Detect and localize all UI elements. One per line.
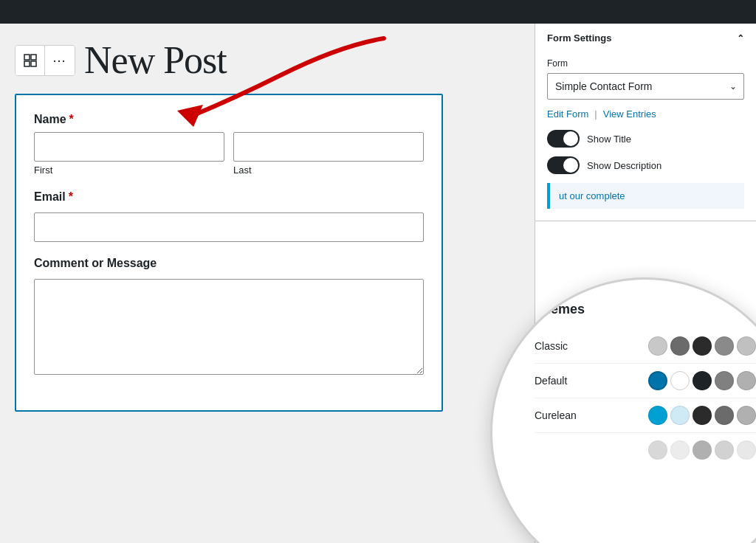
svg-rect-3 — [31, 61, 36, 66]
form-links: Edit Form | View Entries — [547, 108, 744, 120]
email-required-indicator: * — [69, 190, 73, 203]
color-dot[interactable] — [715, 371, 734, 390]
color-dot[interactable] — [693, 371, 712, 390]
name-inputs-row: First Last — [34, 132, 424, 176]
grid-view-button[interactable] — [16, 46, 45, 75]
color-dot[interactable] — [715, 440, 734, 460]
color-dot[interactable] — [670, 440, 690, 460]
chevron-up-icon: ⌃ — [737, 33, 744, 44]
color-dot[interactable] — [715, 406, 734, 425]
form-select[interactable]: Simple Contact Form — [547, 73, 744, 100]
color-dot[interactable] — [693, 336, 712, 356]
edit-form-link[interactable]: Edit Form — [547, 108, 588, 120]
view-entries-link[interactable]: View Entries — [603, 108, 656, 120]
last-name-input[interactable] — [233, 132, 424, 162]
form-settings-content: Form Simple Contact Form ⌄ Edit Form | V… — [535, 52, 756, 221]
theme-colors-extra — [648, 440, 756, 460]
show-description-label: Show Description — [587, 160, 662, 171]
first-sublabel: First — [34, 165, 224, 176]
email-input[interactable] — [34, 212, 424, 242]
form-settings-section: Form Settings ⌃ Form Simple Contact Form… — [535, 24, 756, 221]
last-name-wrap: Last — [233, 132, 424, 176]
content-area: ⋯ New Post Name* — [0, 24, 535, 543]
email-field-group: Email* — [34, 190, 424, 242]
name-label: Name* — [34, 113, 424, 126]
color-dot[interactable] — [648, 371, 667, 390]
message-field-group: Comment or Message — [34, 257, 424, 378]
color-dot[interactable] — [693, 406, 712, 425]
form-settings-header[interactable]: Form Settings ⌃ — [535, 24, 756, 52]
form-block: Name* First Last Email* — [15, 94, 443, 412]
message-label: Comment or Message — [34, 257, 424, 270]
color-dot[interactable] — [648, 440, 667, 460]
more-options-button[interactable]: ⋯ — [45, 46, 75, 75]
form-select-wrap: Simple Contact Form ⌄ — [547, 73, 744, 100]
show-title-row: Show Title — [547, 130, 744, 148]
theme-row-classic: Classic — [535, 329, 756, 364]
theme-colors-classic — [648, 336, 756, 356]
svg-rect-0 — [24, 55, 30, 60]
toolbar-icons: ⋯ — [15, 45, 75, 76]
info-box: ut our complete — [547, 183, 744, 209]
admin-top-bar — [0, 0, 756, 24]
post-title-area: ⋯ New Post — [15, 38, 520, 82]
form-select-label: Form — [547, 58, 744, 69]
email-label: Email* — [34, 190, 424, 204]
color-dot[interactable] — [648, 406, 667, 425]
color-dot[interactable] — [737, 440, 756, 460]
svg-rect-1 — [31, 55, 36, 60]
color-dot[interactable] — [670, 336, 690, 356]
show-title-label: Show Title — [587, 134, 631, 145]
color-dot[interactable] — [670, 406, 690, 425]
themes-panel: Themes Classic Default — [535, 302, 756, 467]
color-dot[interactable] — [737, 336, 756, 356]
theme-name-curelean: Curelean — [535, 409, 594, 421]
last-sublabel: Last — [233, 165, 424, 176]
more-icon: ⋯ — [52, 52, 67, 69]
show-title-toggle[interactable] — [547, 130, 580, 148]
page-title: New Post — [84, 38, 227, 82]
color-dot[interactable] — [737, 371, 756, 390]
theme-row-curelean: Curelean — [535, 398, 756, 433]
themes-title: Themes — [535, 302, 756, 317]
color-dot[interactable] — [715, 336, 734, 356]
theme-row-default: Default — [535, 364, 756, 398]
first-name-input[interactable] — [34, 132, 224, 162]
color-dot[interactable] — [670, 371, 690, 390]
theme-row-extra — [535, 433, 756, 467]
show-description-toggle[interactable] — [547, 156, 580, 174]
required-indicator: * — [69, 113, 74, 125]
show-description-row: Show Description — [547, 156, 744, 174]
theme-name-classic: Classic — [535, 340, 594, 352]
color-dot[interactable] — [737, 406, 756, 425]
form-settings-title: Form Settings — [547, 32, 611, 44]
svg-rect-2 — [24, 61, 30, 66]
grid-icon — [23, 53, 38, 68]
link-divider: | — [594, 108, 597, 120]
theme-colors-default — [648, 371, 756, 390]
message-textarea[interactable] — [34, 279, 424, 375]
theme-colors-curelean — [648, 406, 756, 425]
color-dot[interactable] — [648, 336, 667, 356]
color-dot[interactable] — [693, 440, 712, 460]
theme-name-default: Default — [535, 375, 594, 387]
name-field-group: Name* First Last — [34, 113, 424, 176]
first-name-wrap: First — [34, 132, 224, 176]
